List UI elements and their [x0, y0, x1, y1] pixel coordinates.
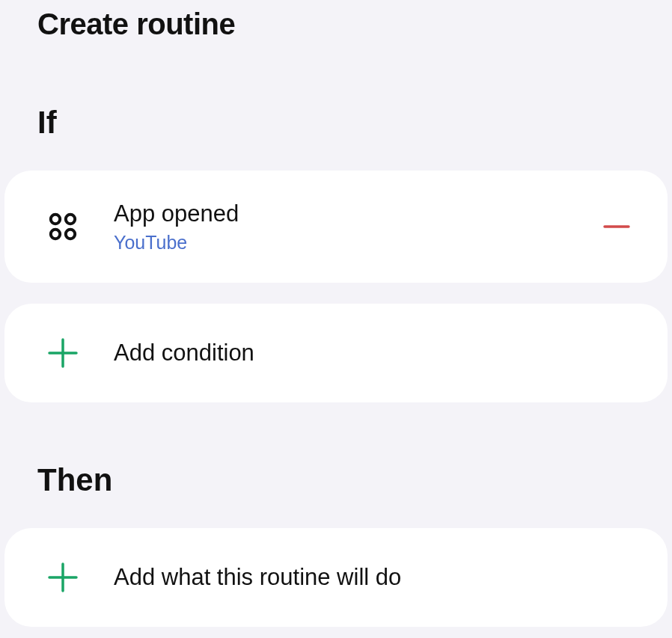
condition-row[interactable]: App opened YouTube: [4, 171, 668, 283]
condition-subtitle: YouTube: [114, 232, 596, 254]
then-section-label: Then: [37, 462, 112, 498]
add-condition-button[interactable]: Add condition: [4, 304, 668, 402]
apps-grid-icon: [42, 206, 84, 248]
create-routine-page: Create routine If App opened YouTube: [0, 0, 672, 638]
svg-point-2: [51, 230, 60, 239]
add-action-text: Add what this routine will do: [114, 564, 638, 591]
condition-title: App opened: [114, 200, 596, 227]
plus-icon: [42, 332, 84, 374]
page-title: Create routine: [37, 7, 235, 41]
plus-icon: [42, 556, 84, 598]
remove-condition-button[interactable]: [596, 206, 638, 248]
minus-icon: [600, 210, 633, 243]
svg-point-3: [66, 230, 75, 239]
svg-point-0: [51, 215, 60, 224]
add-action-label: Add what this routine will do: [114, 564, 638, 591]
svg-point-1: [66, 215, 75, 224]
if-section-label: If: [37, 105, 57, 141]
add-action-button[interactable]: Add what this routine will do: [4, 528, 668, 627]
add-condition-label: Add condition: [114, 340, 638, 366]
add-condition-text: Add condition: [114, 340, 638, 366]
condition-text: App opened YouTube: [114, 200, 596, 254]
